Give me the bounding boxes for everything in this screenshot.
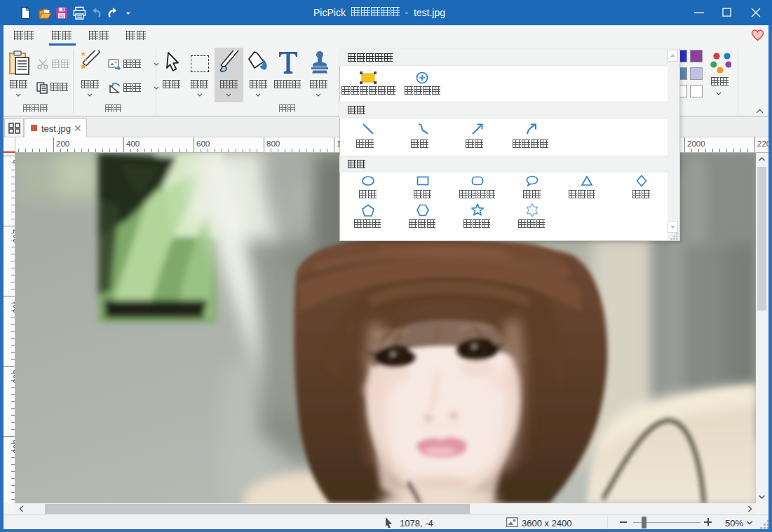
svg-text:800: 800 xyxy=(266,139,280,148)
svg-text:200: 200 xyxy=(56,139,69,148)
svg-text:600: 600 xyxy=(196,139,210,148)
svg-text:400: 400 xyxy=(126,139,140,148)
svg-text:2000: 2000 xyxy=(687,139,705,148)
